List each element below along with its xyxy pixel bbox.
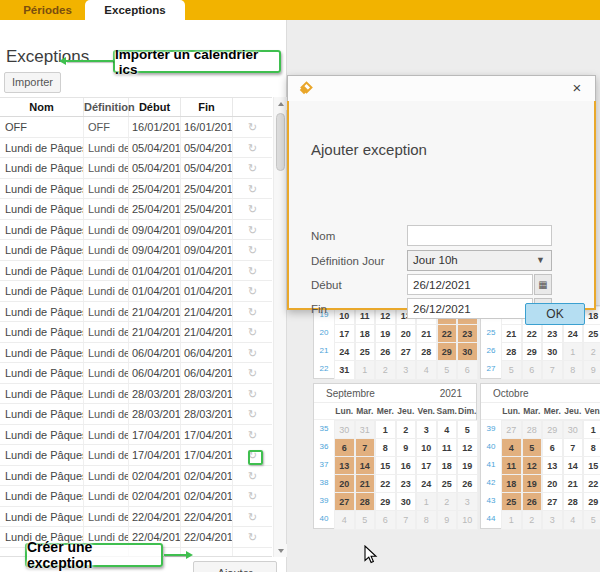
- refresh-icon[interactable]: ↻: [233, 343, 272, 363]
- cell-deb: 17/04/2017: [129, 425, 181, 445]
- refresh-icon[interactable]: ↻: [233, 220, 272, 240]
- calendar-day-cell: 1: [501, 510, 522, 530]
- refresh-icon[interactable]: ↻: [233, 322, 272, 342]
- calendar-week-row: 4111121314151617: [481, 456, 600, 474]
- refresh-icon[interactable]: ↻: [233, 363, 272, 383]
- week-number: 40: [481, 438, 501, 458]
- refresh-icon[interactable]: ↻: [233, 486, 272, 506]
- definition-jour-select[interactable]: Jour 10h ▼: [407, 250, 552, 271]
- table-row[interactable]: Lundi de PâquesLundi de...02/04/201802/0…: [0, 486, 272, 507]
- refresh-icon[interactable]: ↻: [233, 199, 272, 219]
- refresh-icon[interactable]: ↻: [233, 261, 272, 281]
- close-icon[interactable]: ×: [568, 79, 586, 96]
- table-row[interactable]: Lundi de PâquesLundi de...21/04/201421/0…: [0, 322, 272, 343]
- cell-fin: 21/04/2014: [181, 322, 233, 342]
- refresh-icon[interactable]: ↻: [233, 425, 272, 445]
- calendar-day-cell: 17: [416, 456, 437, 476]
- table-row[interactable]: Lundi de PâquesLundi de...06/04/201506/0…: [0, 343, 272, 364]
- table-row[interactable]: Lundi de PâquesLundi de...25/04/201125/0…: [0, 179, 272, 200]
- create-hint-arrowhead-icon: [186, 551, 193, 559]
- import-hint-arrowhead-icon: [59, 57, 66, 65]
- add-exception-button[interactable]: Ajouter exception: [193, 561, 277, 572]
- table-row[interactable]: Lundi de PâquesLundi de...06/04/201506/0…: [0, 363, 272, 384]
- cell-deb: 22/04/2019: [129, 507, 181, 527]
- refresh-icon[interactable]: ↻: [233, 117, 272, 137]
- month-header: Octobre2021: [481, 384, 600, 403]
- refresh-icon[interactable]: ↻: [233, 384, 272, 404]
- week-number: 21: [314, 342, 334, 362]
- calendar-day-cell: 4: [563, 510, 584, 530]
- import-button[interactable]: Importer: [4, 72, 61, 93]
- calendar-day-cell: 7: [542, 360, 563, 380]
- refresh-icon[interactable]: ↻: [233, 302, 272, 322]
- cell-fin: 16/01/2019: [181, 117, 233, 137]
- refresh-icon[interactable]: ↻: [233, 240, 272, 260]
- table-row[interactable]: Lundi de PâquesLundi de...05/04/201005/0…: [0, 158, 272, 179]
- table-row[interactable]: Lundi de PâquesLundi de...17/04/201717/0…: [0, 425, 272, 446]
- definition-jour-value: Jour 10h: [413, 254, 458, 266]
- refresh-icon[interactable]: ↻: [233, 404, 272, 424]
- table-row[interactable]: Lundi de PâquesLundi de...02/04/201802/0…: [0, 466, 272, 487]
- scrollbar-thumb[interactable]: [276, 113, 285, 171]
- calendar-day-cell: 13: [334, 456, 355, 476]
- page-title: Exceptions: [6, 47, 89, 67]
- import-hint-annotation: Importer un calendrier .ics: [113, 50, 281, 73]
- refresh-icon[interactable]: ↻: [233, 466, 272, 486]
- calendar-day-cell: 8: [583, 438, 600, 458]
- cell-deb: 17/04/2017: [129, 445, 181, 465]
- calendar-day-cell: 21: [416, 324, 437, 344]
- table-row[interactable]: Lundi de PâquesLundi de...09/04/201209/0…: [0, 240, 272, 261]
- calendar-week-row: 35303112345: [314, 420, 476, 438]
- cell-def: Lundi de...: [84, 158, 129, 178]
- table-row[interactable]: Lundi de PâquesLundi de...17/04/201717/0…: [0, 445, 272, 466]
- column-header-debut[interactable]: Début: [129, 98, 181, 116]
- weekday-header-row: Lun.Mar.Mer.Jeu.Ven.Sam.Dim.: [481, 403, 600, 420]
- month-name: Octobre: [493, 388, 529, 399]
- column-header-fin[interactable]: Fin: [181, 98, 233, 116]
- calendar-day-cell: 18: [355, 324, 376, 344]
- table-row[interactable]: Lundi de PâquesLundi de...25/04/201125/0…: [0, 199, 272, 220]
- table-scrollbar[interactable]: [273, 97, 286, 557]
- tab-periodes[interactable]: Périodes: [10, 0, 85, 20]
- weekday-label: Ven.: [416, 403, 437, 420]
- refresh-icon[interactable]: ↻: [233, 281, 272, 301]
- table-row[interactable]: Lundi de PâquesLundi de...09/04/201209/0…: [0, 220, 272, 241]
- debut-field[interactable]: [407, 274, 533, 295]
- calendar-day-cell: 31: [355, 420, 376, 440]
- tab-exceptions[interactable]: Exceptions: [85, 0, 185, 20]
- column-header-definition[interactable]: Définition: [84, 98, 129, 116]
- refresh-icon[interactable]: ↻: [233, 158, 272, 178]
- nom-field[interactable]: [407, 225, 552, 246]
- refresh-icon[interactable]: ↻: [233, 179, 272, 199]
- debut-datepicker-button[interactable]: ▦: [534, 274, 552, 295]
- week-number: 40: [314, 510, 334, 530]
- cell-fin: 01/04/2013: [181, 281, 233, 301]
- table-row[interactable]: OFFOFF16/01/201916/01/2019↻: [0, 117, 272, 138]
- cell-deb: 21/04/2014: [129, 302, 181, 322]
- table-row[interactable]: Lundi de PâquesLundi de...22/04/201922/0…: [0, 507, 272, 528]
- table-row[interactable]: Lundi de PâquesLundi de...28/03/201628/0…: [0, 404, 272, 425]
- column-header-nom[interactable]: Nom: [0, 98, 84, 116]
- fin-field[interactable]: [407, 298, 533, 319]
- ok-button[interactable]: OK: [525, 303, 585, 325]
- weekday-label: Lun.: [334, 403, 355, 420]
- table-row[interactable]: Lundi de PâquesLundi de...28/03/201628/0…: [0, 384, 272, 405]
- table-row[interactable]: Lundi de PâquesLundi de...01/04/201301/0…: [0, 281, 272, 302]
- scrollbar-down-button[interactable]: [274, 544, 287, 557]
- debut-label: Début: [311, 279, 407, 291]
- week-number: 25: [481, 324, 501, 344]
- refresh-icon[interactable]: ↻: [233, 507, 272, 527]
- calendar-day-cell: 1: [583, 420, 600, 440]
- refresh-icon[interactable]: ↻: [233, 527, 272, 547]
- table-row[interactable]: Lundi de PâquesLundi de...21/04/201421/0…: [0, 302, 272, 323]
- refresh-icon[interactable]: ↻: [233, 138, 272, 158]
- arrow-down-icon: [278, 549, 284, 553]
- table-row[interactable]: Lundi de PâquesLundi de...01/04/201301/0…: [0, 261, 272, 282]
- calendar-day-cell: 27: [334, 492, 355, 512]
- scrollbar-up-button[interactable]: [274, 97, 287, 110]
- cell-fin: 09/04/2012: [181, 240, 233, 260]
- table-row[interactable]: Lundi de PâquesLundi de...05/04/201005/0…: [0, 138, 272, 159]
- dialog-titlebar: ×: [287, 75, 596, 101]
- weekday-label: Mer.: [542, 403, 563, 420]
- add-exception-dialog: × Ajouter exception Nom Définition Jour …: [287, 75, 596, 310]
